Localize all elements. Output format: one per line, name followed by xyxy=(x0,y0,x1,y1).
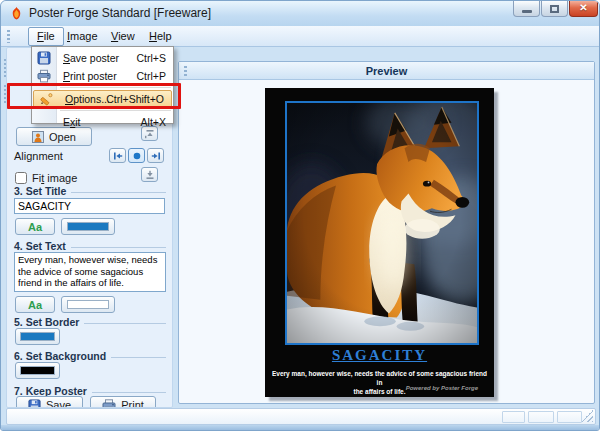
text-color-swatch xyxy=(67,300,109,309)
minimize-icon xyxy=(522,10,532,13)
save-icon xyxy=(28,399,41,409)
section-set-title: 3. Set Title xyxy=(14,185,166,197)
fit-image-checkbox[interactable] xyxy=(15,172,27,184)
window-title: Poster Forge Standard [Freeware] xyxy=(29,6,211,20)
border-color-button[interactable] xyxy=(15,328,60,345)
window-bottom-frame xyxy=(1,425,600,431)
menu-separator xyxy=(60,110,171,111)
status-cell xyxy=(557,411,582,423)
preview-header: Preview xyxy=(179,62,594,80)
shortcut-label: Alt+X xyxy=(141,113,166,131)
menu-help[interactable]: Help xyxy=(141,27,180,46)
align-center-button[interactable] xyxy=(128,148,145,163)
preview-title: Preview xyxy=(366,65,408,77)
minimize-button[interactable] xyxy=(513,1,540,17)
title-color-button[interactable] xyxy=(61,218,115,235)
menu-item-exit[interactable]: Exit Alt+X xyxy=(32,113,173,131)
app-window: Poster Forge Standard [Freeware] ✕ File … xyxy=(0,0,600,431)
status-bar xyxy=(6,408,596,425)
status-cell xyxy=(528,411,554,423)
image-icon xyxy=(32,131,44,143)
preview-panel: Preview xyxy=(178,61,595,404)
align-bottom-icon xyxy=(145,170,155,180)
close-button[interactable]: ✕ xyxy=(569,1,598,17)
menu-image[interactable]: Image xyxy=(59,27,106,46)
status-cell xyxy=(502,411,525,423)
print-button[interactable]: Print xyxy=(90,396,156,408)
fox-photo xyxy=(287,103,477,343)
section-set-text: 4. Set Text xyxy=(14,240,166,252)
alignment-label: Alignment xyxy=(14,150,63,162)
align-right-button[interactable] xyxy=(147,148,164,163)
save-button[interactable]: Save xyxy=(16,396,83,408)
section-set-background: 6. Set Background xyxy=(14,350,166,362)
maximize-icon xyxy=(550,5,559,13)
section-set-border: 5. Set Border xyxy=(14,316,166,328)
resize-grip[interactable] xyxy=(581,410,593,422)
title-color-swatch xyxy=(67,222,109,231)
align-bottom-button[interactable] xyxy=(141,167,158,182)
app-icon xyxy=(9,6,24,21)
maximize-button[interactable] xyxy=(541,1,568,17)
close-icon: ✕ xyxy=(570,2,597,13)
background-color-swatch xyxy=(20,366,54,375)
align-right-icon xyxy=(151,151,161,161)
text-font-button[interactable]: Aa xyxy=(15,296,55,313)
background-color-button[interactable] xyxy=(15,362,60,379)
align-left-button[interactable] xyxy=(109,148,126,163)
print-icon xyxy=(37,69,51,83)
preview-grip[interactable] xyxy=(184,66,187,76)
title-bar: Poster Forge Standard [Freeware] ✕ xyxy=(1,1,600,26)
text-color-button[interactable] xyxy=(61,296,115,313)
print-icon xyxy=(102,399,116,409)
menubar-grip[interactable] xyxy=(7,30,10,43)
border-color-swatch xyxy=(20,332,54,341)
text-input[interactable]: Every man, however wise, needs the advic… xyxy=(14,252,166,292)
shortcut-label: Ctrl+S xyxy=(137,49,166,67)
open-label: Open xyxy=(49,131,76,143)
fit-image-label: Fit image xyxy=(32,172,77,184)
poster-photo-frame xyxy=(285,101,479,345)
title-font-button[interactable]: Aa xyxy=(15,218,55,235)
save-icon xyxy=(37,51,51,65)
menu-bar: File Image View Help xyxy=(1,26,600,47)
poster-title: SAGACITY xyxy=(265,347,494,364)
annotation-highlight-box xyxy=(7,83,181,109)
menu-view[interactable]: View xyxy=(103,27,143,46)
align-center-icon xyxy=(132,151,142,161)
menu-item-save-poster[interactable]: Save poster Ctrl+S xyxy=(32,49,173,67)
poster-credit: Powered by Poster Forge xyxy=(406,385,478,391)
poster: SAGACITY Every man, however wise, needs … xyxy=(265,88,494,397)
align-left-icon xyxy=(113,151,123,161)
title-input[interactable] xyxy=(14,198,165,214)
poster-text: Every man, however wise, needs the advic… xyxy=(269,369,490,396)
